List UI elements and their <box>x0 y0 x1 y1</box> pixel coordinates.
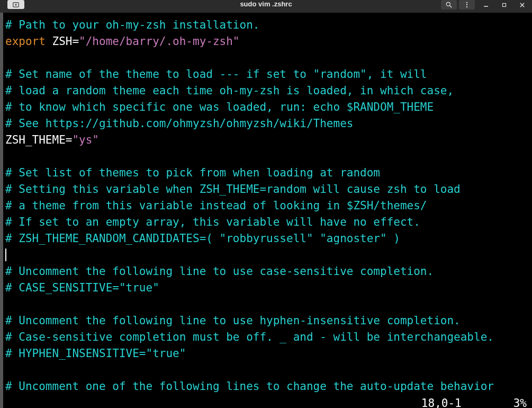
vim-scroll-percent: 3% <box>513 395 527 408</box>
editor-line: # Setting this variable when ZSH_THEME=r… <box>5 181 532 198</box>
editor-line: # See https://github.com/ohmyzsh/ohmyzsh… <box>5 116 532 132</box>
code-segment-comment: # Uncomment one of the following lines t… <box>5 380 494 393</box>
code-segment-string: "ys" <box>72 134 99 146</box>
minimize-icon <box>483 2 489 8</box>
terminal-scrollbar[interactable] <box>0 13 3 408</box>
code-segment-comment: # CASE_SENSITIVE="true" <box>5 281 159 294</box>
svg-point-6 <box>466 4 467 5</box>
code-segment-comment: # ZSH_THEME_RANDOM_CANDIDATES=( "robbyru… <box>5 232 400 245</box>
code-segment-comment: # Set list of themes to pick from when l… <box>5 166 380 179</box>
editor-line <box>5 50 532 66</box>
code-segment-keyword: export <box>5 35 46 48</box>
new-tab-button[interactable] <box>7 0 24 9</box>
editor-line: ZSH_THEME="ys" <box>5 132 532 148</box>
svg-point-7 <box>466 6 467 7</box>
editor-line: export ZSH="/home/barry/.oh-my-zsh" <box>5 33 532 50</box>
editor-line: # If set to an empty array, this variabl… <box>5 214 532 230</box>
svg-point-3 <box>446 2 450 6</box>
new-tab-icon <box>12 1 20 8</box>
editor-line: # Uncomment the following line to use ca… <box>5 263 532 280</box>
svg-point-5 <box>466 2 467 3</box>
code-segment-comment: # Case-sensitive completion must be off.… <box>5 331 494 343</box>
editor-line <box>5 296 532 313</box>
editor-line: # ZSH_THEME_RANDOM_CANDIDATES=( "robbyru… <box>5 230 532 247</box>
editor-line: # load a random theme each time oh-my-zs… <box>5 83 532 99</box>
terminal-area[interactable]: # Path to your oh-my-zsh installation.ex… <box>0 13 532 408</box>
code-segment-comment: # Uncomment the following line to use hy… <box>5 314 461 327</box>
code-segment-comment: # Uncomment the following line to use ca… <box>5 265 434 278</box>
code-segment-comment: # HYPHEN_INSENSITIVE="true" <box>5 347 186 360</box>
editor-line <box>5 362 532 378</box>
window-titlebar: sudo vim .zshrc <box>0 0 532 13</box>
editor-line: # HYPHEN_INSENSITIVE="true" <box>5 345 532 362</box>
maximize-icon <box>502 3 507 7</box>
code-segment-comment: # to know which specific one was loaded,… <box>5 101 434 113</box>
editor-line: # to know which specific one was loaded,… <box>5 99 532 116</box>
editor-line: # Case-sensitive completion must be off.… <box>5 329 532 345</box>
code-segment-comment: # If set to an empty array, this variabl… <box>5 216 420 228</box>
code-segment-string: "/home/barry/.oh-my-zsh" <box>79 35 239 48</box>
editor-line: # Uncomment one of the following lines t… <box>5 378 532 395</box>
editor-line: # Set name of the theme to load --- if s… <box>5 66 532 83</box>
editor-line <box>5 148 532 165</box>
code-segment-comment: # Setting this variable when ZSH_THEME=r… <box>5 183 461 196</box>
svg-rect-9 <box>502 3 506 6</box>
editor-line: # Set list of themes to pick from when l… <box>5 165 532 181</box>
menu-button[interactable] <box>459 0 475 10</box>
editor-line: # a theme from this variable instead of … <box>5 198 532 214</box>
code-segment-comment: # Set name of the theme to load --- if s… <box>5 68 427 81</box>
vim-cursor-position: 18,0-1 <box>421 395 462 408</box>
editor-line: # Uncomment the following line to use hy… <box>5 313 532 329</box>
close-icon <box>519 2 525 8</box>
maximize-button[interactable] <box>495 1 513 10</box>
search-button[interactable] <box>441 0 457 10</box>
kebab-menu-icon <box>463 1 471 8</box>
code-segment-comment: # Path to your oh-my-zsh installation. <box>5 19 259 31</box>
search-icon <box>445 1 453 8</box>
editor-line: # CASE_SENSITIVE="true" <box>5 280 532 296</box>
text-cursor <box>5 249 6 261</box>
close-button[interactable] <box>513 1 531 10</box>
code-segment-plain: ZSH_THEME= <box>5 134 72 146</box>
editor-line: # Path to your oh-my-zsh installation. <box>5 17 532 33</box>
code-segment-comment: # load a random theme each time oh-my-zs… <box>5 84 454 97</box>
editor-line <box>5 247 532 263</box>
svg-line-4 <box>450 6 452 8</box>
code-segment-comment: # a theme from this variable instead of … <box>5 199 427 212</box>
editor-content[interactable]: # Path to your oh-my-zsh installation.ex… <box>5 17 532 408</box>
code-segment-plain: ZSH= <box>46 35 79 48</box>
code-segment-comment: # See https://github.com/ohmyzsh/ohmyzsh… <box>5 117 353 130</box>
vim-statusbar: 18,0-1 3% <box>5 395 527 408</box>
minimize-button[interactable] <box>477 1 495 10</box>
